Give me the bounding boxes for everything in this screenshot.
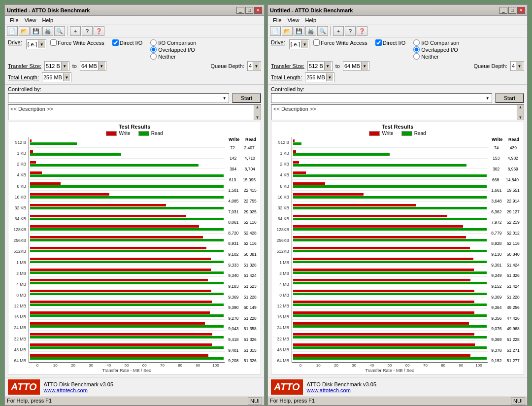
read-value: 8,969 xyxy=(508,167,518,171)
io-comparison-radio[interactable]: I/O Comparison xyxy=(150,39,196,46)
close-button[interactable]: ✕ xyxy=(517,7,525,14)
drive-select[interactable]: [-e-]▼ xyxy=(289,39,310,49)
menu-item-help[interactable]: Help xyxy=(302,16,319,24)
atto-logo: ATTO xyxy=(8,379,40,395)
write-bar xyxy=(30,193,109,196)
read-value: 4,710 xyxy=(245,156,255,161)
menu-item-file[interactable]: File xyxy=(7,16,22,24)
transfer-size-from-select[interactable]: 512 B▼ xyxy=(44,61,69,71)
write-col-header: Write xyxy=(229,137,239,142)
read-bar xyxy=(293,346,487,349)
row-label: 64 KB xyxy=(10,213,28,224)
menu-item-view[interactable]: View xyxy=(22,16,39,24)
atto-url[interactable]: www.attotech.com xyxy=(307,387,376,393)
force-write-checkbox[interactable]: Force Write Access xyxy=(313,39,367,46)
total-length-select[interactable]: 256 MB▼ xyxy=(42,72,71,82)
row-label: 2 MB xyxy=(273,268,291,279)
value-pair: 8,93152,116 xyxy=(226,238,259,249)
x-axis-label: 50 xyxy=(381,363,399,368)
maximize-button[interactable]: □ xyxy=(508,7,516,14)
controlled-by-select[interactable]: ▼ xyxy=(8,93,229,103)
direct-io-input[interactable] xyxy=(112,39,119,46)
direct-io-input[interactable] xyxy=(375,39,382,46)
menu-item-help[interactable]: Help xyxy=(39,16,56,24)
help-icon[interactable]: ? xyxy=(345,26,356,36)
find-icon[interactable]: 🔍 xyxy=(54,26,65,36)
print-icon[interactable]: 🖨️ xyxy=(42,26,53,36)
status-right: NUI xyxy=(248,398,262,405)
maximize-button[interactable]: □ xyxy=(245,7,253,14)
new-icon[interactable]: 📄 xyxy=(7,26,18,36)
write-bar xyxy=(293,193,364,196)
overlapped-io-radio[interactable]: Overlapped I/O xyxy=(150,46,196,53)
status-bar: For Help, press F1NUI xyxy=(5,397,264,405)
print-icon[interactable]: 🖨️ xyxy=(305,26,316,36)
write-value: 74 xyxy=(494,145,499,150)
value-pair: 8,77952,012 xyxy=(489,228,522,238)
controlled-by-select[interactable]: ▼ xyxy=(271,93,492,103)
write-bar xyxy=(30,290,211,292)
help-icon[interactable]: ? xyxy=(82,26,93,36)
about-icon[interactable]: ❓ xyxy=(357,26,367,36)
open-icon[interactable]: 📂 xyxy=(282,26,293,36)
force-write-checkbox[interactable]: Force Write Access xyxy=(50,39,104,46)
atto-url[interactable]: www.attotech.com xyxy=(44,387,113,393)
start-button[interactable]: Start xyxy=(232,93,261,103)
read-bar xyxy=(30,250,224,252)
write-value: 9,183 xyxy=(228,284,238,289)
menu-item-file[interactable]: File xyxy=(270,16,285,24)
menu-item-view[interactable]: View xyxy=(285,16,302,24)
drive-select[interactable]: [-e-]▼ xyxy=(26,39,47,49)
minimize-button[interactable]: _ xyxy=(236,7,244,14)
read-col-header: Read xyxy=(508,137,519,142)
start-button[interactable]: Start xyxy=(495,93,524,103)
write-value: 4,085 xyxy=(228,199,238,203)
bar-row xyxy=(292,341,488,352)
add-icon[interactable]: + xyxy=(333,26,344,36)
value-pair: 9,30151,424 xyxy=(489,260,522,271)
save-icon[interactable]: 💾 xyxy=(31,26,41,36)
row-label: 8 MB xyxy=(10,290,28,301)
x-axis: 0102030405060708090100 xyxy=(292,363,488,368)
bar-row xyxy=(292,277,488,288)
read-value: 49,256 xyxy=(507,305,520,310)
controlled-by-area: Controlled by:▼Start xyxy=(268,85,527,104)
description-scrollbar[interactable]: ▲▼ xyxy=(517,105,524,120)
queue-depth-select[interactable]: 4▼ xyxy=(247,61,261,71)
read-bar xyxy=(293,218,487,220)
transfer-size-to-select[interactable]: 64 MB▼ xyxy=(80,61,106,71)
description-scrollbar[interactable]: ▲▼ xyxy=(254,105,261,120)
minimize-button[interactable]: _ xyxy=(499,7,507,14)
force-write-input[interactable] xyxy=(50,39,57,46)
overlapped-io-radio[interactable]: Overlapped I/O xyxy=(413,46,459,53)
io-comparison-radio[interactable]: I/O Comparison xyxy=(413,39,459,46)
save-icon[interactable]: 💾 xyxy=(294,26,304,36)
transfer-size-from-select[interactable]: 512 B▼ xyxy=(307,61,332,71)
read-bar xyxy=(293,207,487,209)
direct-io-checkbox[interactable]: Direct I/O xyxy=(375,39,405,46)
write-value: 9,369 xyxy=(228,295,238,300)
open-icon[interactable]: 📂 xyxy=(19,26,30,36)
queue-depth-select[interactable]: 4▼ xyxy=(510,61,524,71)
neither-radio[interactable]: Neither xyxy=(150,53,196,60)
x-axis-label: 50 xyxy=(118,363,135,368)
write-bar xyxy=(30,333,212,336)
direct-io-checkbox[interactable]: Direct I/O xyxy=(112,39,142,46)
transfer-size-to-select[interactable]: 64 MB▼ xyxy=(343,61,369,71)
neither-radio[interactable]: Neither xyxy=(413,53,459,60)
add-icon[interactable]: + xyxy=(70,26,81,36)
force-write-input[interactable] xyxy=(313,39,320,46)
read-bar xyxy=(293,314,487,317)
new-icon[interactable]: 📄 xyxy=(270,26,281,36)
total-length-select[interactable]: 256 MB▼ xyxy=(305,72,334,82)
transfer-size-label: Transfer Size: xyxy=(271,63,304,69)
value-pair: 722,407 xyxy=(226,142,259,153)
bar-row xyxy=(292,202,488,212)
find-icon[interactable]: 🔍 xyxy=(317,26,328,36)
about-icon[interactable]: ❓ xyxy=(94,26,104,36)
write-value: 7,031 xyxy=(228,209,238,214)
controlled-by-label: Controlled by: xyxy=(271,86,524,92)
close-button[interactable]: ✕ xyxy=(254,7,262,14)
write-value: 72 xyxy=(230,145,234,150)
read-value: 22,755 xyxy=(244,199,257,203)
